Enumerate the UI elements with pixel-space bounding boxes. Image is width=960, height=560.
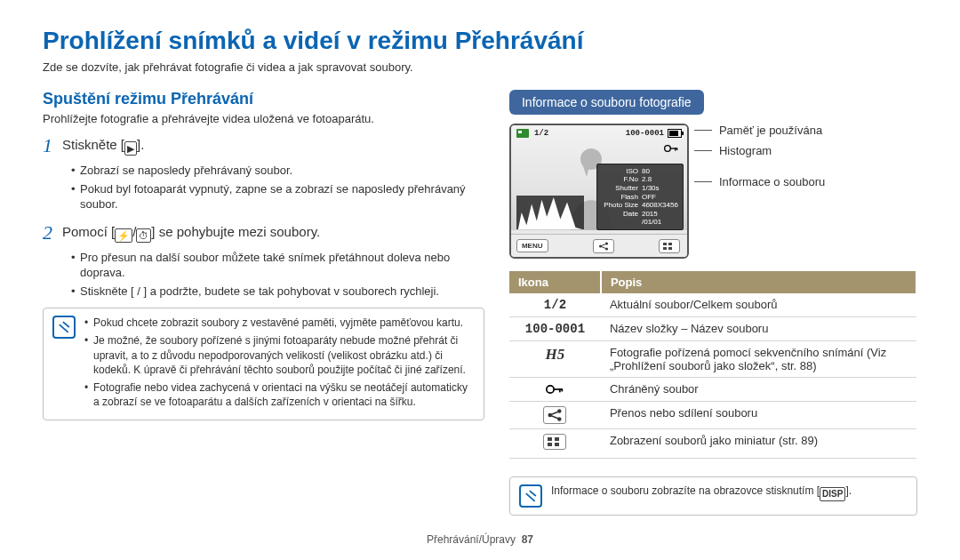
- note-box: Pokud chcete zobrazit soubory z vestavěn…: [43, 308, 484, 420]
- callout-label: Histogram: [719, 144, 772, 157]
- info-v: OFF: [642, 193, 679, 202]
- burst-icon: H5: [509, 341, 601, 378]
- page-footer: Přehrávání/Úpravy 87: [43, 533, 917, 546]
- step-1-number: 1: [43, 134, 62, 157]
- info-v: 1/30s: [642, 184, 679, 193]
- cell-desc: Fotografie pořízená pomocí sekvenčního s…: [601, 341, 916, 378]
- step-2: 2 Pomocí [⚡/⏱] se pohybujte mezi soubory…: [43, 221, 484, 244]
- camera-screen: 1/2 100-0001 ISO80 F.No2.8 Shutter1/30s …: [509, 124, 689, 259]
- cell-desc: Chráněný soubor: [601, 378, 916, 402]
- callout: Paměť je používána: [694, 124, 917, 137]
- svg-rect-1: [670, 148, 677, 148]
- table-row: H5 Fotografie pořízená pomocí sekvenčníh…: [509, 341, 916, 378]
- timer-icon: ⏱: [136, 228, 151, 243]
- playback-icon: ▶: [124, 141, 137, 156]
- step-2-text: Pomocí [⚡/⏱] se pohybujte mezi soubory.: [62, 221, 320, 243]
- list-item: Fotografie nebo videa zachycená v orient…: [84, 380, 475, 409]
- note-post: ].: [845, 484, 852, 497]
- svg-point-8: [547, 386, 554, 393]
- share-icon: [509, 402, 601, 429]
- thumbnail-grid-button[interactable]: [659, 239, 680, 253]
- svg-rect-3: [676, 148, 677, 150]
- menu-button[interactable]: MENU: [516, 239, 548, 252]
- cell-desc: Název složky – Název souboru: [601, 317, 916, 341]
- step-1-post: ].: [137, 137, 144, 152]
- flash-icon: ⚡: [115, 228, 132, 243]
- footer-page-number: 87: [522, 533, 533, 546]
- info-k: Shutter: [601, 184, 638, 193]
- table-row: 1/2 Aktuální soubor/Celkem souborů: [509, 293, 916, 317]
- table-row: 100-0001 Název složky – Název souboru: [509, 317, 916, 341]
- callout: Informace o souboru: [694, 175, 917, 188]
- list-item: Pro přesun na další soubor můžete také s…: [71, 250, 484, 281]
- step-2-number: 2: [43, 221, 62, 244]
- disp-icon: DISP: [820, 487, 845, 501]
- svg-rect-11: [562, 388, 564, 391]
- info-panel: ISO80 F.No2.8 Shutter1/30s FlashOFF Phot…: [596, 164, 684, 230]
- note-pre: Informace o souboru zobrazíte na obrazov…: [551, 484, 820, 497]
- table-row: Chráněný soubor: [509, 378, 916, 402]
- cell-desc: Přenos nebo sdílení souboru: [601, 402, 916, 429]
- section-desc: Prohlížejte fotografie a přehrávejte vid…: [43, 112, 484, 125]
- note-text: Informace o souboru zobrazíte na obrazov…: [551, 484, 852, 508]
- counter-label: 1/2: [534, 129, 548, 138]
- step-1: 1 Stiskněte [▶].: [43, 134, 484, 157]
- info-v: 2.8: [642, 175, 679, 184]
- note-icon: [519, 484, 542, 508]
- callout-label: Informace o souboru: [719, 175, 825, 188]
- list-item: Zobrazí se naposledy přehrávaný soubor.: [71, 163, 484, 179]
- histogram-icon: [516, 195, 584, 230]
- grid-icon: [509, 429, 601, 459]
- step-2-post: ] se pohybujte mezi soubory.: [151, 224, 320, 239]
- step-1-pre: Stiskněte [: [62, 137, 124, 152]
- table-row: Přenos nebo sdílení souboru: [509, 402, 916, 429]
- note-box-2: Informace o souboru zobrazíte na obrazov…: [509, 476, 917, 516]
- callout-label: Paměť je používána: [719, 124, 822, 137]
- list-item: Stiskněte [ / ] a podržte, budete se tak…: [71, 284, 484, 300]
- key-icon: [509, 378, 601, 402]
- filenum-label: 100-0001: [626, 129, 664, 138]
- info-k: ISO: [601, 167, 638, 176]
- info-k: Date: [601, 210, 638, 227]
- cell-icon: 1/2: [509, 293, 601, 317]
- callout: Histogram: [694, 144, 917, 157]
- page-intro: Zde se dozvíte, jak přehrávat fotografie…: [43, 60, 917, 74]
- footer-section: Přehrávání/Úpravy: [427, 533, 516, 546]
- info-header: Informace o souboru fotografie: [509, 90, 704, 115]
- page-title: Prohlížení snímků a videí v režimu Přehr…: [43, 27, 917, 55]
- list-item: Pokud chcete zobrazit soubory z vestavěn…: [84, 316, 475, 330]
- info-k: Photo Size: [601, 201, 638, 210]
- svg-point-0: [665, 146, 671, 152]
- section-title: Spuštění režimu Přehrávání: [43, 90, 484, 108]
- step-1-text: Stiskněte [▶].: [62, 134, 144, 156]
- svg-rect-9: [554, 388, 563, 390]
- info-v: 80: [642, 167, 679, 176]
- table-row: Zobrazení souborů jako miniatur (str. 89…: [509, 429, 916, 459]
- step-1-bullets: Zobrazí se naposledy přehrávaný soubor. …: [71, 163, 484, 212]
- info-v: 2015 /01/01: [642, 210, 679, 227]
- step-2-bullets: Pro přesun na další soubor můžete také s…: [71, 250, 484, 300]
- cell-icon: 100-0001: [509, 317, 601, 341]
- svg-rect-2: [675, 148, 676, 150]
- list-item: Je možné, že soubory pořízené s jinými f…: [84, 333, 475, 377]
- note-list: Pokud chcete zobrazit soubory z vestavěn…: [84, 316, 475, 412]
- step-2-pre: Pomocí [: [62, 224, 115, 239]
- icon-table: Ikona Popis 1/2 Aktuální soubor/Celkem s…: [509, 271, 917, 459]
- battery-icon: [668, 129, 682, 138]
- cell-desc: Aktuální soubor/Celkem souborů: [601, 293, 916, 317]
- note-icon: [52, 316, 76, 339]
- info-v: 4608X3456: [642, 201, 679, 210]
- list-item: Pokud byl fotoaparát vypnutý, zapne se a…: [71, 181, 484, 212]
- info-k: F.No: [601, 175, 638, 184]
- th-desc: Popis: [601, 271, 916, 293]
- key-icon: [664, 143, 678, 156]
- info-k: Flash: [601, 193, 638, 202]
- cell-desc: Zobrazení souborů jako miniatur (str. 89…: [601, 429, 916, 459]
- th-icon: Ikona: [509, 271, 601, 293]
- memory-icon: [516, 129, 529, 138]
- svg-rect-10: [559, 388, 561, 392]
- share-button[interactable]: [593, 239, 614, 253]
